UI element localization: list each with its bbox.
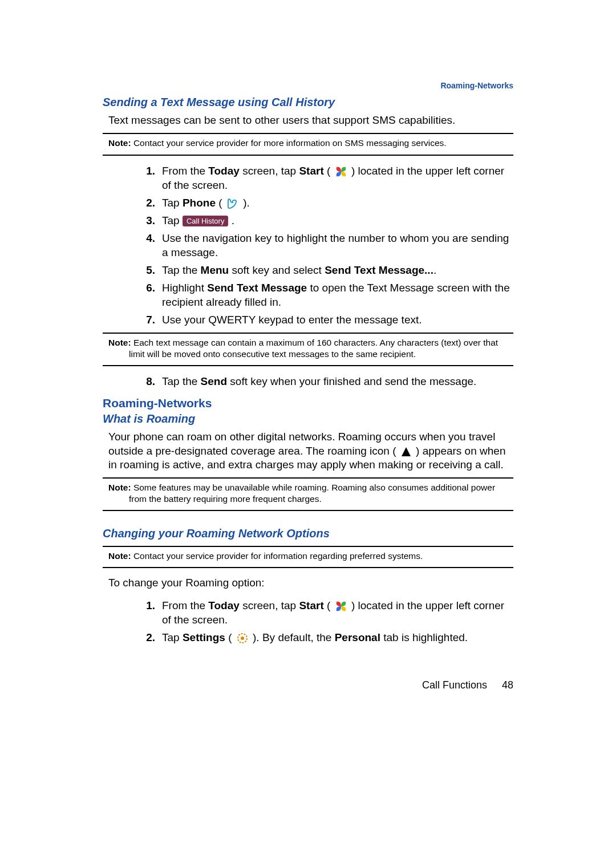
step-number: 7. <box>103 313 162 327</box>
text: tab is highlighted. <box>380 631 468 643</box>
footer-page-number: 48 <box>502 679 513 691</box>
roaming-option-intro: To change your Roaming option: <box>108 576 513 590</box>
text: From the <box>162 165 208 177</box>
step-8: 8. Tap the Send soft key when your finis… <box>103 374 513 388</box>
step-body: Use the navigation key to highlight the … <box>162 231 513 260</box>
step-body: Tap the Send soft key when your finished… <box>162 374 513 388</box>
steps-list-2: 1. From the Today screen, tap Start ( ) … <box>103 598 513 645</box>
divider <box>103 546 513 547</box>
steps-list-1b: 8. Tap the Send soft key when your finis… <box>103 374 513 388</box>
step-number: 4. <box>103 231 162 245</box>
step-body: Tap Call History . <box>162 213 513 228</box>
step-2: 2. Tap Phone ( ). <box>103 196 513 210</box>
text: Tap the <box>162 264 201 276</box>
note-sms-provider: Note: Contact your service provider for … <box>103 137 513 148</box>
text: ( <box>216 197 225 209</box>
note-label: Note: <box>108 551 131 561</box>
note-text: Contact your service provider for inform… <box>131 551 423 561</box>
step-body: From the Today screen, tap Start ( ) loc… <box>162 598 513 627</box>
divider <box>103 333 513 334</box>
divider <box>103 133 513 134</box>
page-footer: Call Functions48 <box>422 679 513 691</box>
header-section-link: Roaming-Networks <box>440 81 513 90</box>
text: ). By default, the <box>250 631 335 643</box>
text: Highlight <box>162 282 207 294</box>
text-bold: Send <box>201 375 227 387</box>
text: . <box>228 214 234 226</box>
call-history-button-graphic: Call History <box>183 216 228 226</box>
text: Tap <box>162 631 183 643</box>
text-bold: Settings <box>183 631 225 643</box>
note-label: Note: <box>108 338 131 347</box>
step-r2: 2. Tap Settings ( ). By default, the Per… <box>103 630 513 645</box>
step-number: 1. <box>103 164 162 178</box>
text-bold: Personal <box>335 631 380 643</box>
text-bold: Send Text Message... <box>325 264 433 276</box>
footer-chapter: Call Functions <box>422 679 487 691</box>
phone-icon <box>226 197 239 210</box>
text: ( <box>324 165 334 177</box>
intro-paragraph: Text messages can be sent to other users… <box>108 114 513 127</box>
text: Tap <box>162 214 183 226</box>
text-bold: Menu <box>201 264 229 276</box>
roaming-triangle-icon <box>400 446 412 457</box>
heading-roaming-networks: Roaming-Networks <box>103 396 513 410</box>
divider <box>103 155 513 156</box>
note-text: Some features may be unavailable while r… <box>129 483 495 503</box>
heading-sending-text: Sending a Text Message using Call Histor… <box>103 96 513 109</box>
step-body: Highlight Send Text Message to open the … <box>162 281 513 309</box>
step-body: Tap the Menu soft key and select Send Te… <box>162 263 513 277</box>
svg-point-4 <box>241 637 244 640</box>
text: ). <box>240 197 250 209</box>
note-text: Each text message can contain a maximum … <box>129 338 498 358</box>
step-7: 7. Use your QWERTY keypad to enter the m… <box>103 313 513 327</box>
step-body: From the Today screen, tap Start ( ) loc… <box>162 164 513 192</box>
svg-marker-2 <box>402 447 411 456</box>
text: ( <box>225 631 235 643</box>
settings-gear-icon <box>236 632 249 645</box>
heading-changing-roaming-options: Changing your Roaming Network Options <box>103 527 513 540</box>
text: soft key when your finished and send the… <box>227 375 476 387</box>
note-label: Note: <box>108 138 131 148</box>
start-icon <box>335 165 347 178</box>
text-bold: Send Text Message <box>207 282 307 294</box>
divider <box>103 510 513 511</box>
note-preferred-systems: Note: Contact your service provider for … <box>103 550 513 561</box>
text: screen, tap <box>240 599 299 611</box>
start-icon <box>335 600 347 613</box>
step-number: 6. <box>103 281 162 295</box>
step-number: 3. <box>103 213 162 228</box>
text-bold: Today <box>208 165 240 177</box>
roaming-paragraph: Your phone can roam on other digital net… <box>108 430 513 472</box>
step-number: 2. <box>103 196 162 210</box>
step-body: Tap Settings ( ). By default, the Person… <box>162 630 513 645</box>
divider <box>103 477 513 479</box>
divider <box>103 365 513 366</box>
text-bold: Start <box>299 599 323 611</box>
document-page: Roaming-Networks Sending a Text Message … <box>0 0 616 851</box>
step-6: 6. Highlight Send Text Message to open t… <box>103 281 513 309</box>
text-bold: Phone <box>183 197 216 209</box>
text-bold: Start <box>299 165 323 177</box>
text-bold: Today <box>208 599 240 611</box>
step-number: 5. <box>103 263 162 277</box>
text: . <box>433 264 436 276</box>
step-4: 4. Use the navigation key to highlight t… <box>103 231 513 260</box>
text: Tap the <box>162 375 201 387</box>
step-number: 8. <box>103 374 162 388</box>
note-roaming-features: Note: Some features may be unavailable w… <box>103 482 513 504</box>
text: soft key and select <box>229 264 325 276</box>
divider <box>103 567 513 568</box>
note-label: Note: <box>108 483 131 492</box>
note-text: Contact your service provider for more i… <box>131 138 447 148</box>
text: screen, tap <box>240 165 299 177</box>
step-body: Tap Phone ( ). <box>162 196 513 210</box>
step-number: 2. <box>103 630 162 645</box>
note-160-chars: Note: Each text message can contain a ma… <box>103 337 513 359</box>
step-r1: 1. From the Today screen, tap Start ( ) … <box>103 598 513 627</box>
heading-what-is-roaming: What is Roaming <box>103 412 513 426</box>
step-1: 1. From the Today screen, tap Start ( ) … <box>103 164 513 192</box>
step-3: 3. Tap Call History . <box>103 213 513 228</box>
text: From the <box>162 599 208 611</box>
step-number: 1. <box>103 598 162 613</box>
